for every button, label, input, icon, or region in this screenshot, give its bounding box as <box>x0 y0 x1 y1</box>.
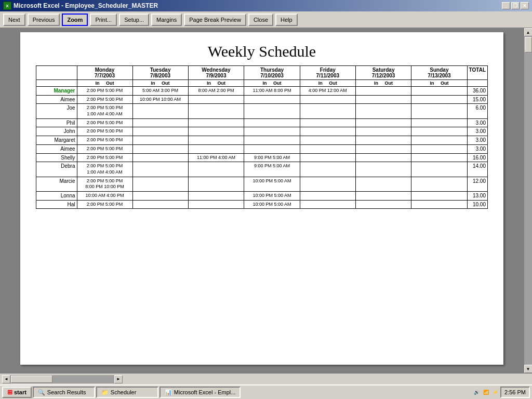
page-break-button[interactable]: Page Break Preview <box>184 14 246 26</box>
excel-icon: 📊 <box>165 389 172 396</box>
thursday-cell: 9:00 PM 5:00 AM <box>244 162 300 177</box>
margins-button[interactable]: Margins <box>151 14 182 26</box>
employee-name: John <box>36 127 77 136</box>
thursday-header: Thursday7/10/2003 <box>244 66 300 80</box>
start-button[interactable]: ⊞ start <box>2 387 32 398</box>
monday-cell: 2:00 PM 5:00 PM <box>77 136 132 145</box>
tuesday-cell <box>132 136 188 145</box>
page-container[interactable]: Weekly Schedule Monday7/7/2003 Tuesday7/… <box>0 28 524 373</box>
monday-header: Monday7/7/2003 <box>77 66 132 80</box>
tuesday-cell: 10:00 PM 10:00 AM <box>132 95 188 104</box>
scroll-left-button[interactable]: ◄ <box>2 375 10 383</box>
h-scroll-thumb[interactable] <box>11 376 52 383</box>
wednesday-cell <box>188 162 244 177</box>
total-cell: 16.00 <box>467 153 487 162</box>
table-row: Margaret2:00 PM 5:00 PM3.00 <box>36 136 488 145</box>
total-cell: 3.00 <box>467 118 487 127</box>
thursday-cell: 10:00 PM 5:00 AM <box>244 200 300 209</box>
scroll-down-button[interactable]: ▼ <box>524 365 533 373</box>
restore-button[interactable]: ❐ <box>511 2 520 9</box>
employee-name: Manager <box>36 87 77 96</box>
zoom-button[interactable]: Zoom <box>62 14 88 26</box>
employee-name: Margaret <box>36 136 77 145</box>
tuesday-header: Tuesday7/8/2003 <box>132 66 188 80</box>
day-header-row: Monday7/7/2003 Tuesday7/8/2003 Wednesday… <box>36 66 488 80</box>
employee-name: Joe <box>36 104 77 118</box>
close-window-button[interactable]: ✕ <box>521 2 529 9</box>
employee-name: Phil <box>36 118 77 127</box>
minimize-button[interactable]: _ <box>502 2 510 9</box>
app-icon: X <box>3 2 11 10</box>
thursday-cell <box>244 95 300 104</box>
search-results-icon: 🔍 <box>38 389 45 396</box>
sunday-cell <box>411 200 467 209</box>
taskbar-scheduler[interactable]: 📁 Scheduler <box>96 387 158 398</box>
sunday-cell <box>411 153 467 162</box>
taskbar-excel[interactable]: 📊 Microsoft Excel - Empl... <box>159 387 241 398</box>
wednesday-cell <box>188 177 244 191</box>
scroll-right-button[interactable]: ► <box>114 375 123 383</box>
previous-button[interactable]: Previous <box>28 14 60 26</box>
sunday-cell <box>411 87 467 96</box>
monday-cell: 2:00 PM 5:00 PM <box>77 144 132 153</box>
saturday-cell <box>355 104 411 118</box>
scheduler-icon: 📁 <box>101 389 109 396</box>
scroll-up-button[interactable]: ▲ <box>524 28 533 36</box>
windows-logo: ⊞ <box>7 389 12 396</box>
employee-name: Aimee <box>36 144 77 153</box>
next-button[interactable]: Next <box>3 14 25 26</box>
thu-in-out: In Out <box>244 80 300 87</box>
window-controls: _ ❐ ✕ <box>502 2 529 9</box>
toolbar: Next Previous Zoom Print... Setup... Mar… <box>0 11 532 28</box>
scheduler-label: Scheduler <box>111 389 137 395</box>
wednesday-cell <box>188 118 244 127</box>
sunday-cell <box>411 162 467 177</box>
wednesday-cell <box>188 144 244 153</box>
monday-cell: 2:00 PM 5:00 PM <box>77 127 132 136</box>
friday-cell <box>300 144 355 153</box>
excel-label: Microsoft Excel - Empl... <box>174 389 236 395</box>
thursday-cell: 11:00 AM 8:00 PM <box>244 87 300 96</box>
monday-cell: 2:00 PM 5:00 PM1:00 AM 4:00 AM <box>77 162 132 177</box>
tuesday-cell <box>132 104 188 118</box>
wednesday-cell <box>188 95 244 104</box>
window-title: Microsoft Excel - Employee_Scheduler_MAS… <box>14 2 158 9</box>
total-cell: 3.00 <box>467 144 487 153</box>
title-bar: X Microsoft Excel - Employee_Scheduler_M… <box>0 0 532 11</box>
scroll-track <box>524 36 533 365</box>
close-button[interactable]: Close <box>248 14 273 26</box>
total-cell: 6.00 <box>467 104 487 118</box>
vertical-scrollbar[interactable]: ▲ ▼ <box>524 28 532 373</box>
monday-cell: 2:00 PM 5:00 PM8:00 PM 10:00 PM <box>77 177 132 191</box>
tuesday-cell <box>132 177 188 191</box>
saturday-cell <box>355 144 411 153</box>
help-button[interactable]: Help <box>275 14 298 26</box>
print-button[interactable]: Print... <box>90 14 117 26</box>
scroll-thumb[interactable] <box>525 37 532 52</box>
monday-cell: 2:00 PM 5:00 PM <box>77 95 132 104</box>
friday-cell <box>300 118 355 127</box>
tuesday-cell <box>132 153 188 162</box>
schedule-title: Weekly Schedule <box>36 43 488 60</box>
setup-button[interactable]: Setup... <box>119 14 149 26</box>
total-cell: 3.00 <box>467 127 487 136</box>
page-preview: Weekly Schedule Monday7/7/2003 Tuesday7/… <box>20 32 503 365</box>
saturday-cell <box>355 191 411 200</box>
employee-name: Shelly <box>36 153 77 162</box>
friday-cell <box>300 127 355 136</box>
h-scroll-track <box>10 375 114 383</box>
mon-in-out: In Out <box>77 80 132 87</box>
sunday-header: Sunday7/13/2003 <box>411 66 467 80</box>
wednesday-header: Wednesday7/9/2003 <box>188 66 244 80</box>
total-cell: 3.00 <box>467 136 487 145</box>
table-row: Aimee2:00 PM 5:00 PM10:00 PM 10:00 AM15.… <box>36 95 488 104</box>
monday-cell: 2:00 PM 5:00 PM1:00 AM 4:00 AM <box>77 104 132 118</box>
saturday-cell <box>355 136 411 145</box>
table-row: Debra2:00 PM 5:00 PM1:00 AM 4:00 AM9:00 … <box>36 162 488 177</box>
horizontal-scrollbar[interactable]: ◄ ► <box>2 375 530 383</box>
saturday-cell <box>355 177 411 191</box>
friday-cell <box>300 162 355 177</box>
thursday-cell <box>244 136 300 145</box>
thursday-cell: 10:00 PM 5:00 AM <box>244 177 300 191</box>
taskbar-search-results[interactable]: 🔍 Search Results <box>33 387 95 398</box>
